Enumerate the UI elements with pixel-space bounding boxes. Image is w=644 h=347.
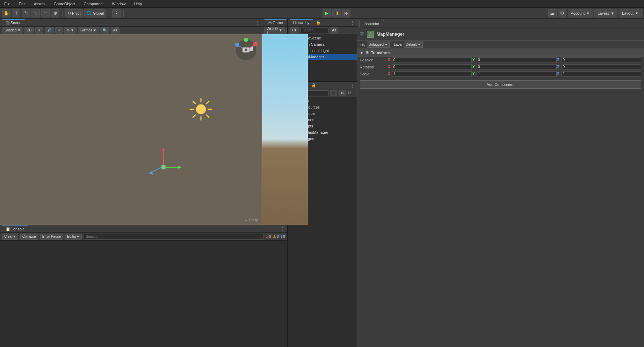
play-button[interactable]: ▶	[323, 9, 331, 17]
tab-hierarchy[interactable]: Hierarchy	[290, 19, 313, 26]
scene-tab-icon: 🎬	[6, 21, 10, 25]
layers-dropdown[interactable]: Layers ▼	[594, 9, 617, 17]
toolbar: ✋ ✛ ↻ ⤡ ▭ ⊕ ⊙ Pivot 🌐 Global ⋮ ▶ ⏸ ⏭ ☁ ⚙…	[0, 8, 644, 19]
search-scene-btn[interactable]: 🔍	[100, 27, 109, 34]
directional-light-gizmo[interactable]	[189, 97, 213, 122]
audio-btn[interactable]: 🔊	[45, 27, 54, 34]
scale-x-input[interactable]	[392, 71, 472, 77]
layers-label: Layers	[598, 11, 609, 15]
toolbar-right: ☁ ⚙ Account ▼ Layers ▼ Layout ▼	[548, 9, 642, 17]
clear-dropdown[interactable]: Clear ▼	[2, 234, 18, 240]
menu-assets[interactable]: Assets	[32, 1, 47, 7]
scale-label: Scale	[360, 72, 388, 76]
move-gizmo[interactable]	[147, 146, 182, 182]
rot-z-input[interactable]	[562, 64, 642, 70]
editor-dropdown[interactable]: Editor ▼	[65, 234, 82, 240]
2d-btn[interactable]: 2D	[24, 27, 34, 34]
hierarchy-all-btn[interactable]: All	[330, 27, 338, 34]
main-layout: 🎬 Scene ⋮ Shaded ▼ 2D ☀ 🔊 ✦	[0, 19, 644, 347]
transform-position-row: Position X Y Z	[357, 57, 644, 64]
snap-btn[interactable]: ⋮	[112, 9, 121, 17]
layout-dropdown[interactable]: Layout ▼	[619, 9, 642, 17]
hierarchy-add-btn[interactable]: +▼	[290, 27, 299, 34]
scale-tool-btn[interactable]: ⤡	[31, 9, 40, 17]
rot-y-field: Y	[472, 64, 557, 70]
tag-dropdown[interactable]: Untagged ▼	[367, 42, 390, 48]
tag-label: Tag	[360, 43, 366, 46]
hierarchy-lock-icon[interactable]: 🔒	[316, 20, 321, 25]
project-icon-btn2[interactable]: ⚙	[339, 90, 346, 96]
rot-x-input[interactable]	[392, 64, 472, 70]
rect-tool-btn[interactable]: ▭	[41, 9, 50, 17]
rot-y-input[interactable]	[477, 64, 557, 70]
project-panel-dots[interactable]: ⋮	[350, 83, 355, 88]
pos-z-input[interactable]	[562, 57, 642, 63]
move-tool-btn[interactable]: ✛	[12, 9, 20, 17]
gameobject-active-checkbox[interactable]: ✓	[360, 32, 364, 36]
scene-canvas[interactable]: ← Persp	[0, 34, 262, 225]
account-arrow-icon: ▼	[586, 11, 590, 15]
menu-component[interactable]: Component	[82, 1, 105, 7]
console-panel-dots[interactable]: ⋮	[280, 226, 285, 232]
pos-y-input[interactable]	[477, 57, 557, 63]
menu-edit[interactable]: Edit	[17, 1, 27, 7]
step-button[interactable]: ⏭	[342, 9, 350, 17]
fx-btn[interactable]: ✦	[55, 27, 63, 34]
game-canvas	[262, 34, 308, 225]
error-badge: ⊘ 0	[266, 235, 271, 238]
hand-tool-btn[interactable]: ✋	[2, 9, 10, 17]
tab-console[interactable]: 📋 Console	[2, 226, 28, 232]
display-dropdown[interactable]: Display 1 ▼	[264, 27, 285, 34]
console-tab-icon: 📋	[6, 227, 10, 231]
rotation-fields: X Y Z	[388, 64, 642, 70]
hierarchy-panel-dots[interactable]: ⋮	[350, 20, 355, 25]
menu-window[interactable]: Window	[110, 1, 127, 7]
gameobject-icon: ⬡	[367, 31, 374, 38]
menu-file[interactable]: File	[3, 1, 12, 7]
tab-scene[interactable]: 🎬 Scene	[2, 19, 25, 26]
pivot-btn[interactable]: ⊙ Pivot	[65, 9, 83, 17]
panel-dots[interactable]: ⋮	[255, 20, 260, 25]
svg-line-8	[207, 101, 209, 104]
project-lock-icon[interactable]: 🔒	[311, 83, 316, 88]
pause-button[interactable]: ⏸	[332, 9, 341, 17]
svg-rect-0	[0, 34, 105, 87]
global-btn[interactable]: 🌐 Global	[84, 9, 106, 17]
tab-inspector[interactable]: Inspector	[359, 20, 384, 28]
collapse-btn[interactable]: Collapse	[20, 234, 38, 240]
project-icon-btn1[interactable]: ☰	[330, 90, 337, 96]
pos-x-input[interactable]	[392, 57, 472, 63]
transform-tool-btn[interactable]: ⊕	[51, 9, 59, 17]
shading-dropdown[interactable]: Shaded ▼	[2, 27, 23, 34]
svg-point-26	[245, 49, 247, 51]
layer-dropdown[interactable]: Default ▼	[404, 42, 423, 48]
console-toolbar: Clear ▼ Collapse Error Pause Editor ▼ ⊘ …	[0, 233, 287, 241]
add-component-button[interactable]: Add Component	[360, 80, 642, 89]
svg-line-7	[207, 115, 209, 117]
console-search-input[interactable]	[84, 234, 263, 239]
pos-x-field: X	[388, 57, 472, 63]
rot-x-field: X	[388, 64, 472, 70]
scene-orientation-gizmo[interactable]	[234, 38, 258, 62]
scene-tab-bar: 🎬 Scene ⋮	[0, 19, 262, 27]
tab-game[interactable]: 🎮 Game	[264, 19, 287, 26]
menu-help[interactable]: Help	[132, 1, 143, 7]
scale-y-field: Y	[472, 71, 557, 77]
pos-y-field: Y	[472, 57, 557, 63]
scale-x-field: X	[388, 71, 472, 77]
lighting-btn[interactable]: ☀	[35, 27, 43, 34]
scale-y-input[interactable]	[477, 71, 557, 77]
rotate-tool-btn[interactable]: ↻	[22, 9, 30, 17]
scene-more-btns[interactable]: ⊙ ▼	[64, 27, 77, 34]
account-dropdown[interactable]: Account ▼	[568, 9, 593, 17]
menu-gameobject[interactable]: GameObject	[52, 1, 77, 7]
cloud-btn[interactable]: ☁	[548, 9, 557, 17]
transform-component-header[interactable]: ▼ ⊞ Transform	[357, 49, 644, 57]
all-scene-btn[interactable]: All	[111, 27, 120, 34]
error-pause-btn[interactable]: Error Pause	[40, 234, 63, 240]
scale-z-input[interactable]	[562, 71, 642, 77]
transform-component-title: Transform	[371, 51, 390, 55]
settings-btn[interactable]: ⚙	[558, 9, 566, 17]
gizmos-dropdown[interactable]: Gizmos ▼	[78, 27, 99, 34]
hierarchy-search-input[interactable]	[301, 28, 328, 33]
